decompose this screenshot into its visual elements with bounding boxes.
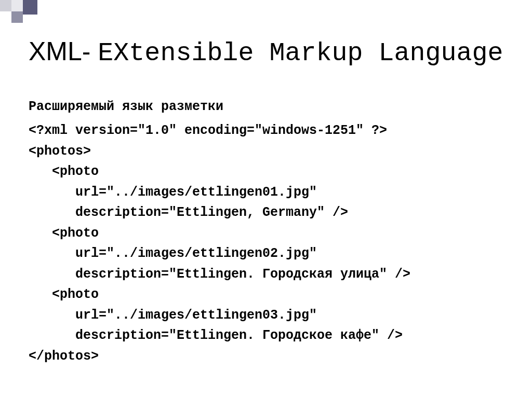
title-prefix: XML- xyxy=(29,37,98,66)
slide-title: XML- EXtensible Markup Language xyxy=(29,36,506,68)
title-rest: EXtensible Markup Language xyxy=(98,38,503,68)
decoration-square xyxy=(23,0,37,15)
corner-decoration xyxy=(0,0,47,23)
decoration-square xyxy=(11,0,23,11)
decoration-square xyxy=(0,0,11,11)
decoration-square xyxy=(11,11,23,23)
slide-subtitle: Расширяемый язык разметки xyxy=(29,99,506,114)
xml-code-block: <?xml version="1.0" encoding="windows-12… xyxy=(29,120,506,366)
slide-content: XML- EXtensible Markup Language Расширяе… xyxy=(0,0,532,366)
